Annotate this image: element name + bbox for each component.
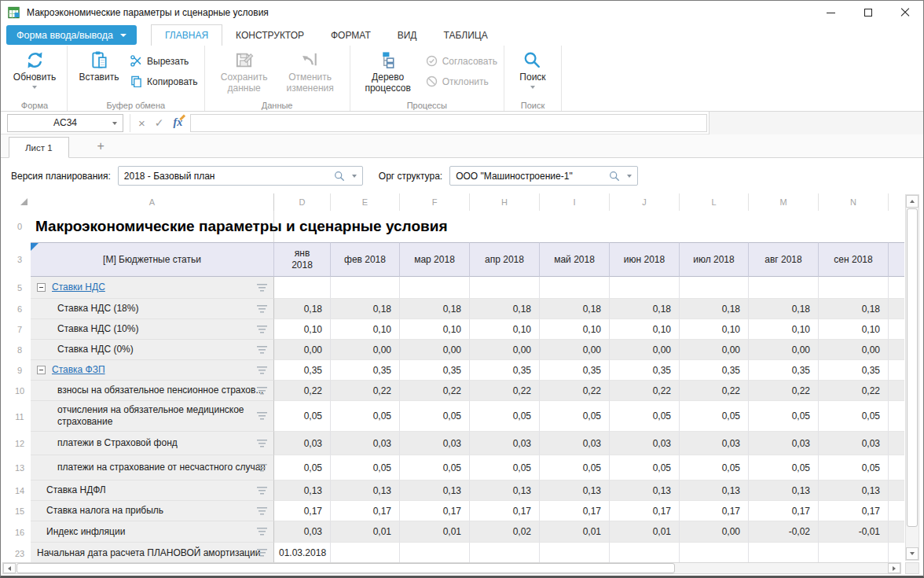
month-header-cell[interactable]: мар 2018 — [400, 242, 470, 277]
grid-cell[interactable]: 0,05 — [680, 455, 749, 480]
row-header-5[interactable]: 5 — [9, 277, 31, 299]
grid-cell[interactable] — [819, 277, 889, 299]
filter-icon[interactable] — [257, 412, 267, 420]
grid-cell[interactable]: -0,02 — [749, 521, 819, 543]
column-header-I[interactable]: I — [540, 193, 610, 211]
grid-cell[interactable]: 0,10 — [400, 319, 470, 340]
org-dropdown-caret[interactable] — [627, 175, 632, 178]
grid-cell[interactable]: 0,03 — [400, 432, 470, 455]
grid-cell[interactable]: 0,01 — [331, 521, 400, 543]
filter-icon[interactable] — [257, 346, 267, 354]
grid-cell[interactable]: 0,10 — [680, 319, 749, 340]
column-header-H[interactable]: H — [470, 193, 540, 211]
org-combo[interactable]: ООО "Машиностроение-1" — [449, 166, 638, 186]
grid-cell[interactable]: 0,35 — [610, 360, 680, 381]
row-header-14[interactable]: 14 — [9, 480, 31, 501]
row-header-11[interactable]: 11 — [9, 401, 31, 432]
column-header-M[interactable]: M — [749, 193, 819, 211]
filter-icon[interactable] — [257, 549, 267, 557]
grid-cell[interactable]: 0,22 — [749, 381, 819, 401]
row-label-cell[interactable]: Начальная дата расчета ПЛАНОВОЙ амортиза… — [31, 543, 274, 562]
group-link[interactable]: Ставка ФЗП — [52, 364, 105, 376]
row-label-cell[interactable]: Ставка НДФЛ — [31, 480, 274, 501]
vertical-scrollbar[interactable] — [905, 194, 919, 561]
grid-cell[interactable]: 0,13 — [680, 480, 749, 501]
row-header-9[interactable]: 9 — [9, 360, 31, 381]
grid-cell[interactable]: 0,22 — [331, 381, 400, 401]
grid-cell[interactable] — [470, 277, 540, 299]
grid-cell[interactable]: 0,05 — [470, 455, 540, 480]
scroll-down-button[interactable] — [906, 547, 918, 560]
grid-cell[interactable] — [540, 277, 610, 299]
scroll-up-button[interactable] — [906, 195, 918, 208]
reject-button[interactable]: Отклонить — [426, 75, 497, 87]
grid-cell[interactable] — [470, 543, 540, 562]
refresh-button[interactable]: Обновить — [9, 48, 60, 89]
grid-cell[interactable]: 0,18 — [819, 299, 889, 319]
grid-cell[interactable]: 0,03 — [274, 521, 331, 543]
filter-icon[interactable] — [257, 487, 267, 495]
add-sheet-button[interactable]: + — [97, 139, 104, 157]
tab-tablitsa[interactable]: ТАБЛИЦА — [430, 24, 500, 46]
grid-cell[interactable] — [749, 277, 819, 299]
grid-cell[interactable]: 0,22 — [540, 381, 610, 401]
row-label-cell[interactable]: платежи в Страховой фонд — [31, 432, 274, 455]
month-header-cell[interactable]: авг 2018 — [749, 242, 819, 277]
filter-icon[interactable] — [257, 440, 267, 447]
grid-cell[interactable]: 0,03 — [540, 432, 610, 455]
undo-changes-button[interactable]: Отменить изменения — [277, 48, 343, 94]
row-header-8[interactable]: 8 — [9, 340, 31, 360]
grid-cell[interactable]: 0,18 — [274, 299, 331, 319]
grid-cell[interactable]: 0,03 — [331, 432, 400, 455]
grid-cell[interactable]: 0,10 — [470, 319, 540, 340]
grid-cell[interactable] — [610, 543, 680, 562]
row-header-13[interactable]: 13 — [9, 455, 31, 480]
lookup-icon[interactable] — [334, 171, 345, 182]
column-header-J[interactable]: J — [610, 193, 680, 211]
grid-cell[interactable] — [680, 277, 749, 299]
month-header-cell[interactable]: июл 2018 — [680, 242, 749, 277]
grid-cell[interactable] — [749, 543, 819, 562]
grid-cell[interactable]: 0,00 — [610, 340, 680, 360]
row-label-cell[interactable]: Ставка ФЗП — [31, 360, 274, 381]
row-label-cell[interactable]: Ставка НДС (18%) — [31, 299, 274, 319]
row-header-7[interactable]: 7 — [9, 319, 31, 340]
grid-cell[interactable]: 0,01 — [610, 521, 680, 543]
grid-cell[interactable]: 0,05 — [680, 401, 749, 432]
grid-cell[interactable]: -0,01 — [819, 521, 889, 543]
form-io-button[interactable]: Форма ввода/вывода — [6, 25, 137, 45]
grid-cell[interactable]: 0,18 — [610, 299, 680, 319]
grid-cell[interactable]: 0,00 — [540, 340, 610, 360]
grid-cell[interactable]: 0,01 — [540, 521, 610, 543]
formula-input[interactable] — [190, 114, 707, 132]
column-header-F[interactable]: F — [400, 193, 470, 211]
grid-cell[interactable]: 0,05 — [331, 401, 400, 432]
grid-cell[interactable]: 0,03 — [274, 432, 331, 455]
grid-cell[interactable]: 0,18 — [470, 299, 540, 319]
group-link[interactable]: Ставки НДС — [52, 282, 105, 293]
grid-cell[interactable]: 0,03 — [610, 432, 680, 455]
grid-cell[interactable]: 0,17 — [274, 501, 331, 521]
grid-cell[interactable]: 0,35 — [819, 360, 889, 381]
horizontal-scrollbar[interactable] — [2, 562, 901, 574]
column-header-E[interactable]: E — [331, 193, 400, 211]
search-button[interactable]: Поиск — [511, 48, 555, 89]
column-header-N[interactable]: N — [819, 193, 889, 211]
grid-cell[interactable] — [610, 277, 680, 299]
approve-button[interactable]: Согласовать — [426, 55, 497, 67]
grid-cell[interactable]: 0,03 — [680, 432, 749, 455]
grid-cell[interactable] — [331, 543, 400, 562]
row-header-3[interactable]: 3 — [9, 242, 31, 277]
grid-cell[interactable]: 0,18 — [680, 299, 749, 319]
grid-cell[interactable]: 0,35 — [274, 360, 331, 381]
grid-cell[interactable]: 0,10 — [274, 319, 331, 340]
filter-icon[interactable] — [257, 326, 267, 333]
row-label-cell[interactable]: Ставки НДС — [31, 277, 274, 299]
row-header-6[interactable]: 6 — [9, 299, 31, 319]
grid-cell[interactable]: 0,10 — [331, 319, 400, 340]
grid-cell[interactable]: 0,00 — [749, 340, 819, 360]
grid-cell[interactable]: 0,03 — [470, 432, 540, 455]
grid-cell[interactable]: 0,00 — [680, 521, 749, 543]
filter-icon[interactable] — [257, 284, 267, 292]
maximize-button[interactable] — [849, 1, 886, 24]
